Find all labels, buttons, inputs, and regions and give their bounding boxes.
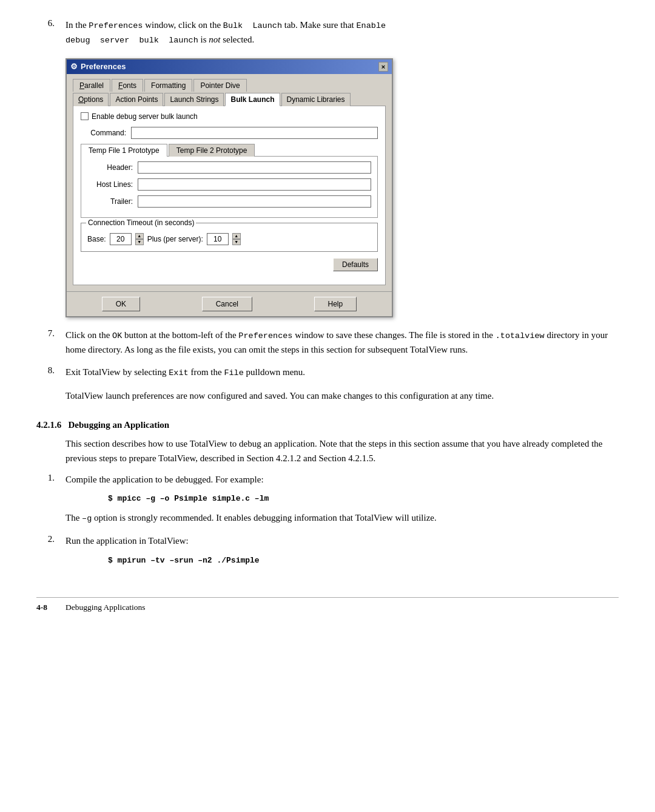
compile-command: $ mpicc –g –o Psimple simple.c –lm (108, 493, 619, 505)
defaults-row: Defaults (81, 258, 378, 271)
plus-up-arrow[interactable]: ▲ (232, 233, 241, 239)
base-input[interactable] (110, 233, 132, 245)
host-lines-row: Host Lines: (87, 178, 371, 191)
inner-tab-temp2[interactable]: Temp File 2 Prototype (169, 144, 255, 157)
tab-pointer-dive[interactable]: Pointer Dive (193, 79, 246, 92)
host-lines-input[interactable] (138, 178, 371, 191)
base-spinners: ▲ ▼ (135, 233, 144, 245)
inner-tab-content: Header: Host Lines: Trailer: (81, 156, 378, 218)
italic-not: not (209, 35, 220, 44)
host-lines-label: Host Lines: (87, 180, 133, 189)
close-button[interactable]: × (378, 62, 388, 72)
tab-bulk-launch[interactable]: Bulk Launch (225, 93, 280, 106)
command-label: Command: (81, 129, 126, 137)
base-label: Base: (87, 235, 106, 243)
tab-row-2: Options Action Points Launch Strings Bul… (73, 93, 386, 106)
step-6: 6. In the Preferences window, click on t… (36, 18, 619, 47)
step-7-number: 7. (36, 328, 55, 357)
titlebar-left: ⚙ Preferences (70, 62, 126, 71)
header-label: Header: (87, 163, 133, 172)
dialog-icon: ⚙ (70, 62, 78, 71)
header-input[interactable] (138, 161, 371, 174)
timeout-group-title: Connection Timeout (in seconds) (86, 218, 196, 227)
enable-debug-checkbox[interactable] (81, 112, 89, 120)
enable-debug-label: Enable debug server bulk launch (92, 112, 198, 121)
help-button[interactable]: Help (314, 297, 357, 311)
g-option-note: The –g option is strongly recommended. I… (66, 513, 437, 523)
dialog-body: Parallel Fonts Formatting Pointer Dive O… (67, 74, 392, 291)
code-file: File (224, 368, 243, 377)
step-8: 8. Exit TotalView by selecting Exit from… (36, 365, 619, 380)
plus-input[interactable] (207, 233, 229, 245)
compile-cmd-text: mpicc –g –o Psimple simple.c –lm (118, 494, 269, 503)
tab-parallel[interactable]: Parallel (73, 79, 110, 92)
config-saved-para: TotalView launch preferences are now con… (66, 388, 619, 403)
trailer-input[interactable] (138, 195, 371, 208)
cancel-button[interactable]: Cancel (202, 297, 252, 311)
code-exit: Exit (169, 368, 188, 377)
section-intro-para: This section describes how to use TotalV… (66, 436, 619, 465)
debug-step-1: 1. Compile the application to be debugge… (36, 473, 619, 526)
debug-step-2-num: 2. (36, 534, 55, 572)
code-prefs2: Preferences (238, 331, 292, 340)
inner-tab-temp1[interactable]: Temp File 1 Prototype (81, 144, 167, 157)
tab-fonts[interactable]: Fonts (112, 79, 143, 92)
defaults-button[interactable]: Defaults (333, 258, 378, 271)
tab-action-points[interactable]: Action Points (110, 93, 163, 106)
page-number: 4-8 (36, 603, 47, 612)
header-row: Header: (87, 161, 371, 174)
code-g-option: –g (82, 514, 92, 523)
section-title: Debugging an Application (69, 420, 170, 430)
plus-spinners: ▲ ▼ (232, 233, 241, 245)
base-down-arrow[interactable]: ▼ (135, 239, 144, 245)
step-number: 6. (36, 18, 55, 47)
step-8-number: 8. (36, 365, 55, 380)
debug-step-2-content: Run the application in TotalView: $ mpir… (66, 534, 619, 572)
tab-formatting[interactable]: Formatting (144, 79, 192, 92)
step-7: 7. Click on the OK button at the bottom-… (36, 328, 619, 357)
base-up-arrow[interactable]: ▲ (135, 233, 144, 239)
step-7-content: Click on the OK button at the bottom-lef… (66, 328, 619, 357)
tab-launch-strings[interactable]: Launch Strings (164, 93, 224, 106)
enable-debug-row: Enable debug server bulk launch (81, 112, 378, 121)
ok-button[interactable]: OK (102, 297, 140, 311)
dialog-wrap: ⚙ Preferences × Parallel Fonts Formattin… (66, 58, 619, 317)
command-row: Command: (81, 127, 378, 139)
debug-step-1-content: Compile the application to be debugged. … (66, 473, 619, 526)
debug-step-2: 2. Run the application in TotalView: $ m… (36, 534, 619, 572)
plus-label: Plus (per server): (147, 235, 203, 243)
code-preferences: Preferences (89, 21, 143, 30)
dialog-footer: OK Cancel Help (67, 291, 392, 316)
step-content: In the Preferences window, click on the … (66, 18, 619, 47)
timeout-spinner-row: Base: ▲ ▼ Plus (per server): ▲ ▼ (87, 233, 371, 245)
step-8-content: Exit TotalView by selecting Exit from th… (66, 365, 619, 380)
page-footer: 4-8 Debugging Applications (36, 597, 619, 612)
debug-step-1-num: 1. (36, 473, 55, 526)
run-command: $ mpirun –tv –srun –n2 ./Psimple (108, 555, 619, 567)
code-bulk-launch: Bulk Launch (223, 21, 282, 30)
tab-bulk-launch-content: Enable debug server bulk launch Command:… (73, 106, 386, 285)
inner-tab-row: Temp File 1 Prototype Temp File 2 Protot… (81, 144, 378, 157)
tab-dynamic-libraries[interactable]: Dynamic Libraries (281, 93, 351, 106)
dialog-title: Preferences (81, 62, 126, 71)
tab-row-1: Parallel Fonts Formatting Pointer Dive (73, 79, 386, 92)
dialog-titlebar: ⚙ Preferences × (67, 59, 392, 74)
code-totalview-dir: .totalview (495, 331, 545, 340)
tab-options[interactable]: Options (73, 93, 109, 106)
run-cmd-text: mpirun –tv –srun –n2 ./Psimple (118, 556, 260, 565)
connection-timeout-group: Connection Timeout (in seconds) Base: ▲ … (81, 223, 378, 252)
section-heading: 4.2.1.6 Debugging an Application (36, 420, 619, 430)
page-footer-label: Debugging Applications (66, 603, 146, 612)
section-num: 4.2.1.6 (36, 420, 61, 430)
preferences-dialog: ⚙ Preferences × Parallel Fonts Formattin… (66, 58, 393, 317)
plus-down-arrow[interactable]: ▼ (232, 239, 241, 245)
code-ok: OK (112, 331, 122, 340)
trailer-label: Trailer: (87, 197, 133, 206)
command-input[interactable] (131, 127, 378, 139)
trailer-row: Trailer: (87, 195, 371, 208)
